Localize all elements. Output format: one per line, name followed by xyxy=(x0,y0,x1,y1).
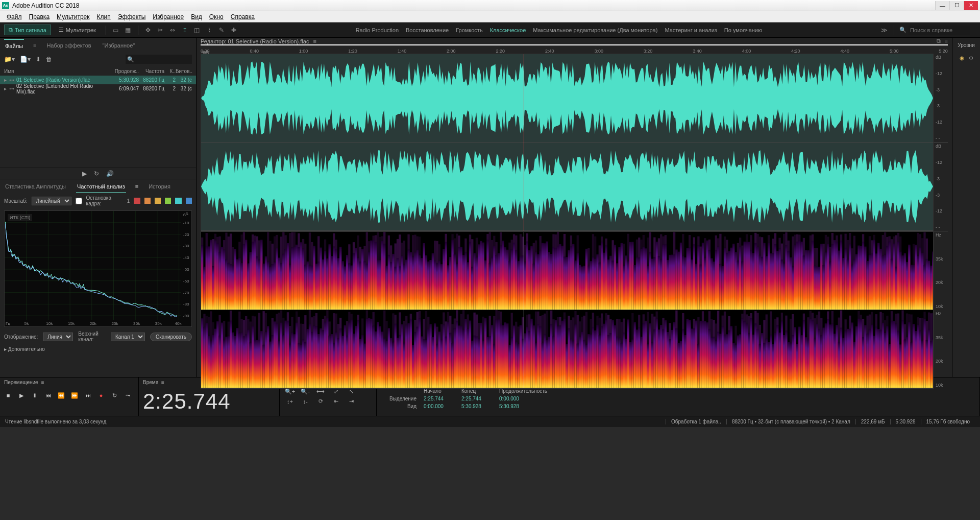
freeze-slot-1[interactable]: 1 xyxy=(127,198,130,204)
pin-panel-icon[interactable]: ◉ xyxy=(958,54,965,61)
minimize-button[interactable]: — xyxy=(935,1,949,10)
workspace-default[interactable]: По умолчанию xyxy=(724,27,762,33)
workspace-dualmonitor[interactable]: Максимальное редактирование (Два монитор… xyxy=(533,27,657,33)
workspace-loudness[interactable]: Громкость xyxy=(456,27,482,33)
mode-waveform-button[interactable]: ⧉Тип сигнала xyxy=(4,25,51,35)
heal-tool-icon[interactable]: ✚ xyxy=(229,26,238,35)
help-search-input[interactable] xyxy=(909,26,970,35)
menu-favorites[interactable]: Избранное xyxy=(149,12,187,21)
pause-button[interactable]: ⏸ xyxy=(31,391,39,399)
zoom-sel-out-icon[interactable]: ⤡ xyxy=(345,388,357,395)
zoom-to-out-icon[interactable]: ⇥ xyxy=(345,398,357,405)
menu-file[interactable]: Файл xyxy=(3,12,26,21)
preview-play-icon[interactable]: ▶ xyxy=(82,170,87,177)
menu-effects[interactable]: Эффекты xyxy=(114,12,150,21)
forward-button[interactable]: ⏩ xyxy=(70,391,79,399)
spectral-display[interactable]: Hz35k20k10k Hz35k20k10k xyxy=(201,231,948,389)
slip-tool-icon[interactable]: ⇔ xyxy=(168,26,177,35)
view-spectral-icon[interactable]: ▦ xyxy=(124,26,133,35)
editor-settings-icon[interactable]: ≡ xyxy=(945,38,948,44)
workspace-mastering[interactable]: Мастеринг и анализ xyxy=(665,27,717,33)
freeze-slot-2[interactable] xyxy=(134,198,140,204)
col-name[interactable]: Имя xyxy=(4,68,113,74)
open-file-icon[interactable]: 📁▾ xyxy=(4,56,15,63)
zoom-out-icon[interactable]: 🔍- xyxy=(299,388,311,395)
settings-panel-icon[interactable]: ⚙ xyxy=(967,54,974,61)
play-button[interactable]: ▶ xyxy=(17,391,26,399)
tab-effects-rack[interactable]: Набор эффектов xyxy=(45,39,92,51)
zoom-in-icon[interactable]: 🔍+ xyxy=(284,388,296,395)
delete-file-icon[interactable]: 🗑 xyxy=(46,56,52,63)
rewind-button[interactable]: ⏪ xyxy=(57,391,65,399)
move-tool-icon[interactable]: ✥ xyxy=(143,26,153,35)
freeze-slot-4[interactable] xyxy=(155,198,161,204)
expand-icon[interactable]: ▸ xyxy=(4,86,9,91)
freeze-slot-6[interactable] xyxy=(175,198,181,204)
tab-history[interactable]: История xyxy=(148,180,172,192)
tab-favorites[interactable]: "Избранное" xyxy=(102,39,136,51)
display-select[interactable]: Линия xyxy=(43,333,73,341)
analysis-tab-menu-icon[interactable]: ≡ xyxy=(135,183,138,190)
section-menu-icon[interactable]: ≡ xyxy=(41,380,44,385)
zoom-amp-in-icon[interactable]: ↕+ xyxy=(284,398,296,405)
section-menu-icon[interactable]: ≡ xyxy=(161,380,164,385)
mode-multitrack-button[interactable]: ☰Мультитрек xyxy=(54,25,101,35)
preview-autoplay-icon[interactable]: 🔊 xyxy=(106,170,114,177)
col-duration[interactable]: Продолж.. xyxy=(113,68,139,74)
timeline-ruler[interactable]: чмс 0:20 0:40 1:00 1:20 1:40 2:00 2:20 2… xyxy=(201,49,948,54)
files-tab-menu-icon[interactable]: ≡ xyxy=(33,42,36,48)
view-start[interactable]: 0:00.000 xyxy=(424,404,454,409)
col-channels[interactable]: К.. xyxy=(164,68,176,74)
sel-start[interactable]: 2:25.744 xyxy=(424,396,454,401)
lasso-tool-icon[interactable]: ⌇ xyxy=(205,26,214,35)
sel-duration[interactable]: 0:00.000 xyxy=(499,396,545,401)
col-bit[interactable]: Битов.. xyxy=(176,68,192,74)
razor-tool-icon[interactable]: ✂ xyxy=(156,26,165,35)
view-hud-icon[interactable]: ▭ xyxy=(111,26,120,35)
brush-tool-icon[interactable]: ✎ xyxy=(217,26,226,35)
preview-loop-icon[interactable]: ↻ xyxy=(94,170,99,177)
top-channel-select[interactable]: Канал 1 xyxy=(111,333,145,341)
frequency-analysis-plot[interactable]: ИТК (CTI) дБ -10-20-30-40-50-60-70-80-90… xyxy=(4,210,192,327)
sel-end[interactable]: 2:25.744 xyxy=(461,396,492,401)
scan-button[interactable]: Сканировать xyxy=(150,333,192,341)
menu-help[interactable]: Справка xyxy=(227,12,258,21)
zoom-to-in-icon[interactable]: ⇤ xyxy=(330,398,342,405)
record-button[interactable]: ● xyxy=(97,391,105,399)
menu-clip[interactable]: Клип xyxy=(93,12,114,21)
tab-files[interactable]: Файлы xyxy=(4,39,24,52)
loop-button[interactable]: ↻ xyxy=(110,391,118,399)
freeze-slot-5[interactable] xyxy=(165,198,171,204)
maximize-button[interactable]: ☐ xyxy=(949,1,964,10)
view-end[interactable]: 5:30.928 xyxy=(461,404,492,409)
go-start-button[interactable]: ⏮ xyxy=(44,391,52,399)
time-display[interactable]: 2:25.744 xyxy=(143,389,275,414)
skip-selection-button[interactable]: ⤳ xyxy=(124,391,132,399)
import-icon[interactable]: ⬇ xyxy=(36,56,41,63)
menu-edit[interactable]: Правка xyxy=(26,12,54,21)
scale-select[interactable]: Линейный xyxy=(32,197,71,205)
tab-amplitude-stats[interactable]: Статистика Амплитуды xyxy=(4,180,67,192)
marquee-tool-icon[interactable]: ◫ xyxy=(192,26,202,35)
zoom-full-icon[interactable]: ⟷ xyxy=(314,388,327,395)
editor-menu-icon[interactable]: ≡ xyxy=(313,38,316,44)
menu-view[interactable]: Вид xyxy=(187,12,206,21)
close-button[interactable]: ✕ xyxy=(964,1,978,10)
workspace-radio[interactable]: Radio Production xyxy=(356,27,399,33)
file-row[interactable]: ▸ ⊶ 02 Selective (Extended Hot Radio Mix… xyxy=(0,84,196,93)
waveform-display[interactable]: 1 2 dB-12-3-3-12- - dB-12-3-3-12- - xyxy=(201,54,948,231)
col-freq[interactable]: Частота xyxy=(139,68,164,74)
scale-checkbox[interactable] xyxy=(76,198,82,204)
zoom-amp-out-icon[interactable]: ↕- xyxy=(299,398,311,405)
freeze-slot-3[interactable] xyxy=(144,198,151,204)
expand-icon[interactable]: ▸ xyxy=(4,77,9,83)
workspace-restore[interactable]: Восстановление xyxy=(406,27,449,33)
tab-frequency-analysis[interactable]: Частотный анализ xyxy=(76,180,126,193)
new-file-icon[interactable]: 📄▾ xyxy=(20,56,31,63)
view-duration[interactable]: 5:30.928 xyxy=(499,404,545,409)
zoom-amp-reset-icon[interactable]: ⟳ xyxy=(314,398,327,405)
editor-options-icon[interactable]: ⧉ xyxy=(937,38,941,44)
menu-window[interactable]: Окно xyxy=(206,12,227,21)
workspace-classic[interactable]: Классическое xyxy=(490,27,526,33)
stop-button[interactable]: ■ xyxy=(4,391,12,399)
